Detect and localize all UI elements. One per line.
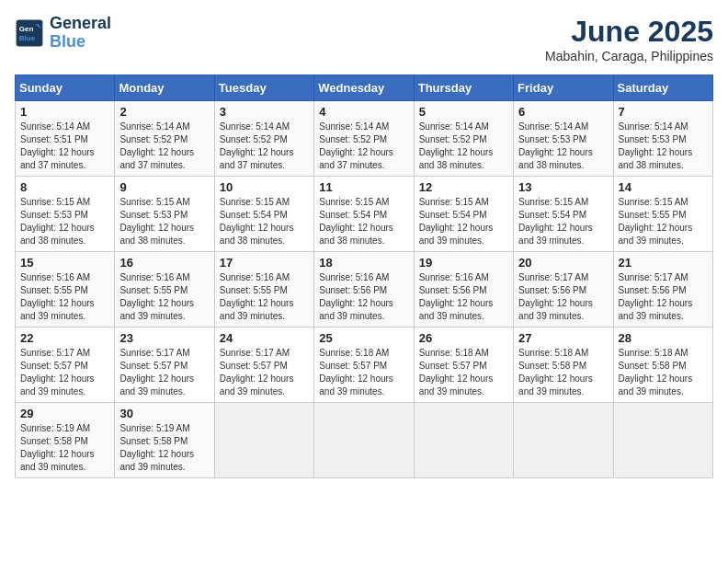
calendar-week-row: 29 Sunrise: 5:19 AM Sunset: 5:58 PM Dayl… [16, 403, 713, 478]
day-info: Sunrise: 5:18 AM Sunset: 5:58 PM Dayligh… [518, 347, 608, 398]
day-number: 17 [220, 256, 309, 270]
day-info: Sunrise: 5:16 AM Sunset: 5:55 PM Dayligh… [119, 271, 209, 323]
calendar-cell: 28 Sunrise: 5:18 AM Sunset: 5:58 PM Dayl… [613, 327, 712, 403]
weekday-header: Wednesday [314, 75, 414, 101]
day-info: Sunrise: 5:16 AM Sunset: 5:55 PM Dayligh… [20, 271, 109, 323]
weekday-header: Saturday [613, 75, 712, 101]
day-number: 5 [419, 105, 508, 119]
calendar-cell: 5 Sunrise: 5:14 AM Sunset: 5:52 PM Dayli… [414, 101, 513, 177]
calendar-cell: 29 Sunrise: 5:19 AM Sunset: 5:58 PM Dayl… [16, 403, 115, 478]
calendar-cell: 18 Sunrise: 5:16 AM Sunset: 5:56 PM Dayl… [314, 252, 414, 327]
calendar-cell: 30 Sunrise: 5:19 AM Sunset: 5:58 PM Dayl… [115, 403, 214, 478]
calendar-cell: 9 Sunrise: 5:15 AM Sunset: 5:53 PM Dayli… [115, 177, 214, 252]
day-info: Sunrise: 5:14 AM Sunset: 5:52 PM Dayligh… [419, 121, 508, 172]
logo: Gen Blue General Blue [15, 15, 111, 52]
calendar-week-row: 1 Sunrise: 5:14 AM Sunset: 5:51 PM Dayli… [16, 101, 713, 177]
day-number: 20 [518, 256, 608, 270]
calendar-cell: 21 Sunrise: 5:17 AM Sunset: 5:56 PM Dayl… [613, 252, 712, 327]
weekday-header: Friday [514, 75, 613, 101]
calendar-week-row: 22 Sunrise: 5:17 AM Sunset: 5:57 PM Dayl… [16, 327, 713, 403]
day-info: Sunrise: 5:17 AM Sunset: 5:56 PM Dayligh… [518, 271, 608, 323]
day-number: 3 [220, 105, 309, 119]
calendar-table: SundayMondayTuesdayWednesdayThursdayFrid… [15, 75, 713, 478]
calendar-cell: 6 Sunrise: 5:14 AM Sunset: 5:53 PM Dayli… [514, 101, 613, 177]
calendar-cell: 25 Sunrise: 5:18 AM Sunset: 5:57 PM Dayl… [314, 327, 414, 403]
day-info: Sunrise: 5:17 AM Sunset: 5:57 PM Dayligh… [20, 347, 109, 398]
day-number: 27 [518, 331, 608, 345]
calendar-cell: 1 Sunrise: 5:14 AM Sunset: 5:51 PM Dayli… [16, 101, 115, 177]
day-info: Sunrise: 5:15 AM Sunset: 5:54 PM Dayligh… [319, 196, 408, 247]
day-number: 15 [20, 256, 109, 270]
day-number: 19 [419, 256, 508, 270]
calendar-cell: 7 Sunrise: 5:14 AM Sunset: 5:53 PM Dayli… [613, 101, 712, 177]
weekday-header: Sunday [16, 75, 115, 101]
day-info: Sunrise: 5:16 AM Sunset: 5:55 PM Dayligh… [220, 271, 309, 323]
day-number: 23 [119, 331, 209, 345]
day-number: 11 [319, 180, 408, 194]
calendar-cell: 20 Sunrise: 5:17 AM Sunset: 5:56 PM Dayl… [514, 252, 613, 327]
calendar-cell: 12 Sunrise: 5:15 AM Sunset: 5:54 PM Dayl… [414, 177, 513, 252]
calendar-cell: 27 Sunrise: 5:18 AM Sunset: 5:58 PM Dayl… [514, 327, 613, 403]
day-info: Sunrise: 5:14 AM Sunset: 5:52 PM Dayligh… [220, 121, 309, 172]
svg-text:Gen: Gen [19, 25, 34, 33]
month-title: June 2025 [545, 15, 713, 49]
logo-icon: Gen Blue [15, 18, 44, 48]
weekday-header-row: SundayMondayTuesdayWednesdayThursdayFrid… [16, 75, 713, 101]
calendar-cell: 10 Sunrise: 5:15 AM Sunset: 5:54 PM Dayl… [214, 177, 313, 252]
calendar-cell: 22 Sunrise: 5:17 AM Sunset: 5:57 PM Dayl… [16, 327, 115, 403]
day-info: Sunrise: 5:17 AM Sunset: 5:57 PM Dayligh… [220, 347, 309, 398]
day-info: Sunrise: 5:15 AM Sunset: 5:54 PM Dayligh… [419, 196, 508, 247]
day-info: Sunrise: 5:14 AM Sunset: 5:51 PM Dayligh… [20, 121, 109, 172]
day-number: 28 [619, 331, 708, 345]
day-number: 24 [220, 331, 309, 345]
day-number: 14 [619, 180, 708, 194]
day-info: Sunrise: 5:17 AM Sunset: 5:56 PM Dayligh… [619, 271, 708, 323]
weekday-header: Monday [115, 75, 214, 101]
day-number: 12 [419, 180, 508, 194]
calendar-week-row: 15 Sunrise: 5:16 AM Sunset: 5:55 PM Dayl… [16, 252, 713, 327]
logo-text: General Blue [50, 15, 111, 52]
day-info: Sunrise: 5:16 AM Sunset: 5:56 PM Dayligh… [419, 271, 508, 323]
calendar-cell: 4 Sunrise: 5:14 AM Sunset: 5:52 PM Dayli… [314, 101, 414, 177]
calendar-cell: 2 Sunrise: 5:14 AM Sunset: 5:52 PM Dayli… [115, 101, 214, 177]
day-info: Sunrise: 5:14 AM Sunset: 5:53 PM Dayligh… [619, 121, 708, 172]
day-info: Sunrise: 5:16 AM Sunset: 5:56 PM Dayligh… [319, 271, 408, 323]
calendar-cell: 13 Sunrise: 5:15 AM Sunset: 5:54 PM Dayl… [514, 177, 613, 252]
day-number: 4 [319, 105, 408, 119]
day-number: 8 [20, 180, 109, 194]
calendar-cell: 11 Sunrise: 5:15 AM Sunset: 5:54 PM Dayl… [314, 177, 414, 252]
day-number: 29 [20, 407, 109, 420]
day-number: 22 [20, 331, 109, 345]
calendar-cell [314, 403, 414, 478]
calendar-cell: 16 Sunrise: 5:16 AM Sunset: 5:55 PM Dayl… [115, 252, 214, 327]
day-number: 2 [119, 105, 209, 119]
location: Mabahin, Caraga, Philippines [545, 49, 713, 63]
day-info: Sunrise: 5:15 AM Sunset: 5:54 PM Dayligh… [518, 196, 608, 247]
calendar-cell: 24 Sunrise: 5:17 AM Sunset: 5:57 PM Dayl… [214, 327, 313, 403]
day-info: Sunrise: 5:18 AM Sunset: 5:58 PM Dayligh… [619, 347, 708, 398]
svg-text:Blue: Blue [19, 34, 36, 42]
day-number: 30 [119, 407, 209, 420]
day-info: Sunrise: 5:15 AM Sunset: 5:53 PM Dayligh… [20, 196, 109, 247]
day-number: 25 [319, 331, 408, 345]
day-number: 21 [619, 256, 708, 270]
calendar-cell [414, 403, 513, 478]
logo-line2: Blue [50, 33, 111, 52]
calendar-cell [214, 403, 313, 478]
day-number: 13 [518, 180, 608, 194]
calendar-cell: 3 Sunrise: 5:14 AM Sunset: 5:52 PM Dayli… [214, 101, 313, 177]
day-number: 10 [220, 180, 309, 194]
calendar-cell: 14 Sunrise: 5:15 AM Sunset: 5:55 PM Dayl… [613, 177, 712, 252]
day-info: Sunrise: 5:14 AM Sunset: 5:53 PM Dayligh… [518, 121, 608, 172]
day-info: Sunrise: 5:15 AM Sunset: 5:55 PM Dayligh… [619, 196, 708, 247]
day-number: 1 [20, 105, 109, 119]
calendar-cell: 8 Sunrise: 5:15 AM Sunset: 5:53 PM Dayli… [16, 177, 115, 252]
day-number: 26 [419, 331, 508, 345]
day-info: Sunrise: 5:17 AM Sunset: 5:57 PM Dayligh… [119, 347, 209, 398]
day-number: 16 [119, 256, 209, 270]
calendar-cell: 19 Sunrise: 5:16 AM Sunset: 5:56 PM Dayl… [414, 252, 513, 327]
calendar-cell: 17 Sunrise: 5:16 AM Sunset: 5:55 PM Dayl… [214, 252, 313, 327]
logo-line1: General [50, 15, 111, 33]
day-info: Sunrise: 5:15 AM Sunset: 5:54 PM Dayligh… [220, 196, 309, 247]
calendar-cell [613, 403, 712, 478]
